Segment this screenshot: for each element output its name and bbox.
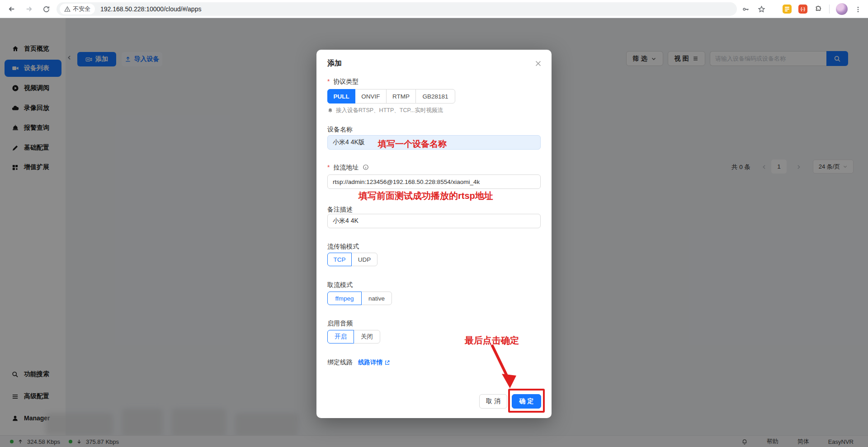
protocol-option-gb28181[interactable]: GB28181 bbox=[415, 89, 455, 104]
annotation-device-name-tip: 填写一个设备名称 bbox=[378, 138, 447, 150]
transport-option-udp[interactable]: UDP bbox=[351, 253, 377, 266]
protocol-option-rtmp[interactable]: RTMP bbox=[386, 89, 416, 104]
toolbar-divider bbox=[829, 5, 830, 14]
required-asterisk: * bbox=[327, 164, 330, 171]
password-key-icon[interactable] bbox=[741, 5, 750, 14]
browser-reload-icon[interactable] bbox=[41, 4, 52, 14]
url-text[interactable]: 192.168.50.228:10000/cloud/#/apps bbox=[100, 5, 201, 13]
modal-title: 添加 bbox=[327, 59, 342, 68]
bell-icon bbox=[327, 108, 333, 113]
pull-url-label: * 拉流地址 bbox=[327, 164, 369, 172]
browser-back-icon[interactable] bbox=[6, 4, 17, 14]
bookmark-star-icon[interactable] bbox=[757, 5, 766, 14]
fetch-mode-label: 取流模式 bbox=[327, 281, 353, 289]
warning-triangle-icon bbox=[64, 6, 71, 12]
browser-profile-avatar[interactable] bbox=[836, 3, 848, 15]
audio-option-on[interactable]: 开启 bbox=[327, 330, 354, 343]
protocol-label: * 协议类型 bbox=[327, 78, 359, 86]
browser-forward-icon[interactable] bbox=[24, 4, 34, 14]
transport-options: TCP UDP bbox=[327, 253, 377, 266]
transport-label: 流传输模式 bbox=[327, 243, 359, 251]
line-binding-label: 绑定线路 bbox=[327, 358, 353, 366]
close-icon[interactable] bbox=[533, 58, 543, 69]
browser-toolbar: 不安全 192.168.50.228:10000/cloud/#/apps {-… bbox=[0, 0, 868, 18]
cancel-button[interactable]: 取 消 bbox=[479, 394, 507, 409]
protocol-option-pull[interactable]: PULL bbox=[327, 89, 355, 104]
screen: 不安全 192.168.50.228:10000/cloud/#/apps {-… bbox=[0, 0, 868, 447]
protocol-hint: 接入设备RTSP、HTTP、TCP...实时视频流 bbox=[327, 107, 443, 114]
extension-yellow-icon[interactable] bbox=[783, 5, 792, 14]
fetch-mode-option-native[interactable]: native bbox=[361, 292, 392, 305]
audio-options: 开启 关闭 bbox=[327, 330, 380, 343]
annotation-arrow bbox=[475, 341, 524, 395]
line-details-link[interactable]: 线路详情 bbox=[358, 358, 390, 367]
audio-label: 启用音频 bbox=[327, 320, 353, 328]
fetch-mode-option-ffmpeg[interactable]: ffmpeg bbox=[327, 292, 362, 305]
address-bar[interactable]: 不安全 192.168.50.228:10000/cloud/#/apps bbox=[57, 2, 737, 16]
fetch-mode-options: ffmpeg native bbox=[327, 292, 392, 305]
remark-input[interactable] bbox=[327, 214, 541, 228]
browser-menu-icon[interactable] bbox=[853, 4, 863, 15]
device-name-label: 设备名称 bbox=[327, 126, 353, 134]
annotation-rtsp-tip: 填写前面测试成功播放的rtsp地址 bbox=[359, 190, 493, 202]
remark-label: 备注描述 bbox=[327, 206, 353, 214]
audio-option-off[interactable]: 关闭 bbox=[354, 330, 380, 343]
protocol-option-onvif[interactable]: ONVIF bbox=[355, 89, 387, 104]
extensions-puzzle-icon[interactable] bbox=[814, 5, 823, 14]
external-link-icon bbox=[384, 360, 390, 366]
protocol-options: PULL ONVIF RTMP GB28181 bbox=[327, 89, 455, 104]
not-secure-label: 不安全 bbox=[73, 5, 90, 13]
transport-option-tcp[interactable]: TCP bbox=[327, 253, 352, 266]
not-secure-chip[interactable]: 不安全 bbox=[60, 4, 95, 14]
info-circle-icon[interactable] bbox=[363, 164, 369, 170]
extension-red-icon[interactable]: {-} bbox=[798, 5, 807, 14]
line-binding-row: 绑定线路 线路详情 bbox=[327, 358, 390, 367]
required-asterisk: * bbox=[327, 78, 330, 85]
pull-url-input[interactable] bbox=[327, 174, 541, 189]
